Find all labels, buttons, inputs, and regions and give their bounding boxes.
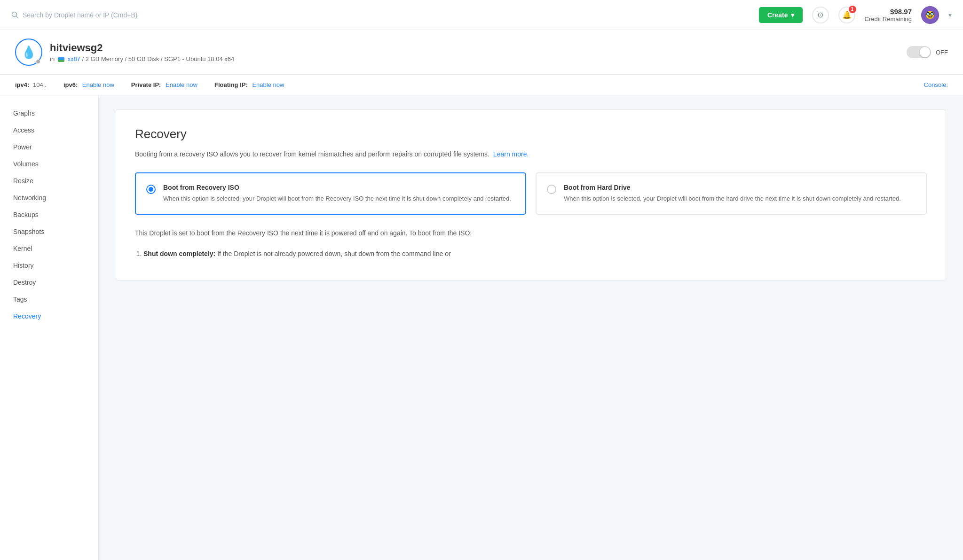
ipv4-label: ipv4: 104.. [15, 81, 47, 88]
sidebar-item-tags[interactable]: Tags [0, 291, 98, 308]
notification-badge: 1 [849, 6, 856, 13]
floating-ip-group: Floating IP: Enable now [214, 81, 284, 88]
main-layout: Graphs Access Power Volumes Resize Netwo… [0, 95, 963, 560]
power-off-label: OFF [936, 49, 948, 56]
sidebar-item-power[interactable]: Power [0, 139, 98, 156]
sidebar-item-snapshots[interactable]: Snapshots [0, 223, 98, 240]
instructions: Shut down completely: If the Droplet is … [135, 249, 927, 260]
main-content: Recovery Booting from a recovery ISO all… [99, 95, 963, 560]
os-text: - Ubuntu 18.04 x64 [182, 55, 235, 62]
ipv6-label: ipv6: [63, 81, 78, 88]
instruction-item-1: Shut down completely: If the Droplet is … [143, 249, 927, 260]
boot-recovery-desc: When this option is selected, your Dropl… [163, 194, 511, 203]
sidebar-item-resize[interactable]: Resize [0, 172, 98, 189]
avatar-image: 🥸 [921, 6, 939, 24]
ipv4-key: ipv4: [15, 81, 29, 88]
topnav-right-section: Create ▾ ⊙ 🔔 1 $98.97 Credit Remaining 🥸… [759, 6, 952, 24]
droplet-header: 💧 hitviewsg2 in xx87 / 2 GB Memory / 50 … [0, 30, 963, 75]
in-label: in [50, 55, 55, 62]
boot-recovery-title: Boot from Recovery ISO [163, 184, 511, 191]
sidebar-item-access[interactable]: Access [0, 122, 98, 139]
private-ip-label: Private IP: [131, 81, 161, 88]
sidebar-item-history[interactable]: History [0, 257, 98, 274]
region-icon [58, 57, 64, 62]
sidebar-item-kernel[interactable]: Kernel [0, 240, 98, 257]
boot-harddrive-radio[interactable] [547, 185, 556, 194]
boot-harddrive-title: Boot from Hard Drive [564, 184, 901, 191]
chevron-down-icon: ▾ [791, 11, 794, 19]
recovery-description: Booting from a recovery ISO allows you t… [135, 149, 927, 159]
specs-text: / 2 GB Memory / 50 GB Disk / SGP1 [82, 55, 181, 62]
droplet-info: 💧 hitviewsg2 in xx87 / 2 GB Memory / 50 … [15, 39, 234, 66]
region-link[interactable]: xx87 [67, 55, 80, 62]
console-link[interactable]: Console: [924, 81, 948, 88]
user-avatar[interactable]: 🥸 [921, 6, 939, 24]
boot-recovery-radio[interactable] [146, 185, 156, 194]
notification-button[interactable]: 🔔 1 [838, 7, 855, 23]
sidebar-item-graphs[interactable]: Graphs [0, 105, 98, 122]
top-navigation: Search by Droplet name or IP (Cmd+B) Cre… [0, 0, 963, 30]
recovery-card: Recovery Booting from a recovery ISO all… [116, 109, 946, 280]
sidebar-item-networking[interactable]: Networking [0, 189, 98, 206]
power-toggle-section[interactable]: OFF [907, 46, 948, 58]
ip-bar: ipv4: 104.. ipv6: Enable now Private IP:… [0, 75, 963, 95]
boot-harddrive-text: Boot from Hard Drive When this option is… [564, 184, 901, 203]
boot-status-text: This Droplet is set to boot from the Rec… [135, 228, 927, 239]
instruction-text: If the Droplet is not already powered do… [217, 250, 450, 257]
ipv4-value: 104.. [33, 81, 47, 88]
create-button[interactable]: Create ▾ [759, 7, 803, 23]
sidebar-item-backups[interactable]: Backups [0, 206, 98, 223]
droplet-name: hitviewsg2 [50, 42, 234, 54]
droplet-meta: in xx87 / 2 GB Memory / 50 GB Disk / SGP… [50, 55, 234, 62]
floating-ip-label: Floating IP: [214, 81, 248, 88]
private-ip-group: Private IP: Enable now [131, 81, 197, 88]
ipv6-group: ipv6: Enable now [63, 81, 114, 88]
credit-amount: $98.97 [865, 8, 912, 16]
boot-recovery-text: Boot from Recovery ISO When this option … [163, 184, 511, 203]
help-button[interactable]: ⊙ [812, 7, 829, 23]
power-toggle-switch[interactable] [907, 46, 931, 58]
water-drop-icon: 💧 [21, 45, 36, 60]
boot-harddrive-option[interactable]: Boot from Hard Drive When this option is… [536, 172, 927, 215]
search-bar[interactable]: Search by Droplet name or IP (Cmd+B) [11, 11, 751, 19]
desc-text: Booting from a recovery ISO allows you t… [135, 150, 489, 158]
sidebar: Graphs Access Power Volumes Resize Netwo… [0, 95, 99, 560]
search-placeholder-text: Search by Droplet name or IP (Cmd+B) [23, 11, 137, 19]
credit-label: Credit Remaining [865, 16, 912, 23]
boot-options: Boot from Recovery ISO When this option … [135, 172, 927, 215]
droplet-details: hitviewsg2 in xx87 / 2 GB Memory / 50 GB… [50, 42, 234, 62]
help-icon: ⊙ [817, 10, 823, 19]
boot-recovery-option[interactable]: Boot from Recovery ISO When this option … [135, 172, 526, 215]
ipv6-enable-link[interactable]: Enable now [82, 81, 114, 88]
droplet-icon: 💧 [15, 39, 42, 66]
boot-harddrive-desc: When this option is selected, your Dropl… [564, 194, 901, 203]
instruction-label: Shut down completely: [143, 250, 215, 257]
sidebar-item-recovery[interactable]: Recovery [0, 308, 98, 325]
status-dot [36, 59, 40, 64]
search-icon [11, 11, 19, 19]
sidebar-item-volumes[interactable]: Volumes [0, 156, 98, 172]
avatar-chevron-icon[interactable]: ▾ [948, 11, 952, 19]
create-label: Create [767, 11, 788, 19]
sidebar-item-destroy[interactable]: Destroy [0, 274, 98, 291]
toggle-knob [920, 47, 930, 57]
svg-text:🥸: 🥸 [925, 10, 935, 19]
credit-info: $98.97 Credit Remaining [865, 8, 912, 23]
private-ip-enable-link[interactable]: Enable now [166, 81, 197, 88]
page-title: Recovery [135, 127, 927, 141]
floating-ip-enable-link[interactable]: Enable now [252, 81, 284, 88]
learn-more-link[interactable]: Learn more. [493, 150, 529, 158]
